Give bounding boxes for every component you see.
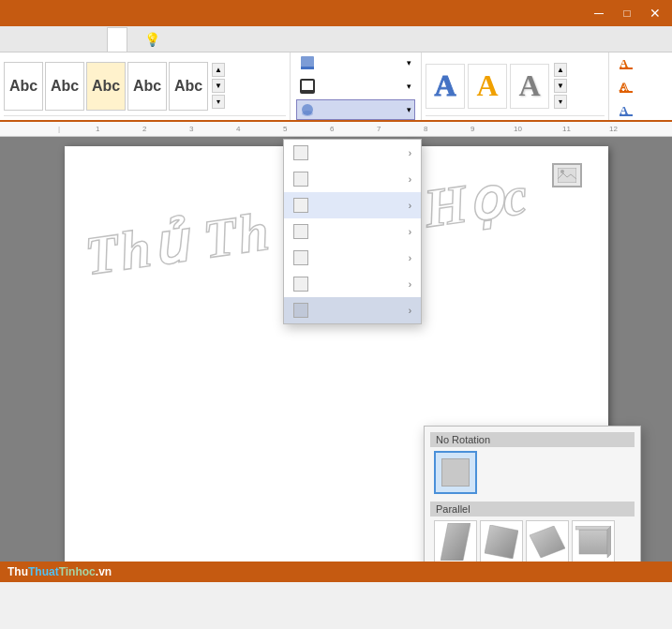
tell-me-box[interactable]: 💡 (135, 26, 175, 52)
dropdown-item-soft-edges[interactable]: › (284, 245, 421, 271)
svg-rect-12 (558, 168, 576, 183)
svg-point-13 (560, 170, 564, 173)
dropdown-item-shadow[interactable]: › (284, 166, 421, 192)
svg-marker-16 (530, 526, 565, 558)
text-effects-button[interactable]: A ▾ (615, 99, 672, 120)
shadow-arrow: › (409, 174, 411, 185)
svg-marker-21 (607, 526, 611, 558)
maximize-button[interactable]: □ (614, 0, 640, 26)
wordart-style-3[interactable]: A (510, 64, 549, 109)
text-effects-icon: A (619, 102, 634, 117)
reflection-arrow: › (409, 201, 411, 211)
parallel-shape-4-svg (575, 526, 611, 558)
svg-rect-17 (579, 530, 607, 554)
scroll-up-arrow[interactable]: ▲ (212, 63, 225, 77)
soft-edges-icon (293, 250, 308, 265)
svg-rect-1 (301, 67, 314, 69)
shape-effects-arrow: ▾ (407, 105, 411, 114)
svg-rect-7 (620, 67, 633, 69)
shape-fill-arrow: ▾ (407, 58, 411, 67)
3d-rotation-icon (293, 303, 308, 318)
scroll-expand-arrow[interactable]: ▾ (212, 95, 225, 109)
shape-outline-button[interactable]: ▾ (296, 76, 415, 97)
shadow-icon (293, 172, 308, 187)
no-rotation-header: No Rotation (430, 432, 635, 447)
image-placeholder (552, 163, 582, 187)
shape-fill-icon (300, 55, 315, 70)
minimize-button[interactable]: ─ (586, 0, 612, 26)
svg-marker-20 (575, 526, 611, 530)
dropdown-item-bevel[interactable]: › (284, 271, 421, 297)
wordart-style-1[interactable]: A (426, 64, 465, 109)
bevel-arrow: › (409, 279, 411, 290)
close-button[interactable]: ✕ (642, 0, 668, 26)
wordart-scroll-down[interactable]: ▼ (554, 79, 567, 93)
svg-rect-3 (301, 90, 314, 93)
tab-mailings[interactable] (4, 27, 24, 52)
shape-outline-arrow: ▾ (407, 82, 411, 91)
preset-icon (293, 145, 308, 160)
wordart-expand[interactable]: ▾ (554, 95, 567, 109)
svg-rect-11 (620, 114, 633, 116)
abc-label-5: Abc (174, 78, 202, 95)
parallel-shape-4[interactable] (572, 520, 615, 562)
text-fill-button[interactable]: A ▾ (615, 52, 672, 73)
status-bar: ThuThuatTinhoc.vn (0, 562, 672, 582)
glow-arrow: › (409, 227, 411, 237)
shape-outline-icon (300, 79, 315, 94)
abc-label-1: Abc (9, 78, 37, 95)
preset-arrow: › (409, 148, 411, 158)
abc-button-4[interactable]: Abc (127, 62, 167, 111)
shape-effects-icon (300, 102, 315, 117)
abc-button-1[interactable]: Abc (4, 62, 43, 111)
tab-format[interactable] (107, 27, 127, 52)
dropdown-item-3d-rotation[interactable]: › (284, 297, 421, 323)
dropdown-item-reflection[interactable]: › (284, 192, 421, 218)
parallel-shape-1[interactable] (434, 520, 477, 562)
image-icon (558, 168, 576, 183)
reflection-icon (293, 198, 308, 213)
parallel-header: Parallel (430, 502, 635, 517)
bevel-icon (293, 277, 308, 292)
svg-marker-14 (441, 523, 470, 561)
parallel-shape-3-svg (530, 526, 565, 558)
abc-button-2[interactable]: Abc (45, 62, 84, 111)
parallel-shape-3[interactable] (526, 520, 569, 562)
svg-marker-15 (485, 525, 518, 559)
tab-foxit[interactable] (86, 27, 107, 52)
ruler: | 1 2 3 4 5 6 7 8 9 10 11 12 (0, 122, 672, 137)
text-fill-icon: A (619, 55, 634, 70)
wordart-style-2[interactable]: A (468, 64, 507, 109)
abc-label-2: Abc (51, 78, 79, 95)
glow-icon (293, 224, 308, 239)
soft-edges-arrow: › (409, 253, 411, 263)
parallel-shape-1-svg (441, 523, 470, 561)
text-outline-icon: A (619, 79, 634, 94)
scroll-down-arrow[interactable]: ▼ (212, 79, 225, 93)
wordart-scroll-up[interactable]: ▲ (554, 63, 567, 77)
shape-effects-button[interactable]: ▾ (296, 99, 415, 120)
parallel-shape-2-svg (485, 525, 518, 559)
shape-styles-label (4, 115, 286, 118)
abc-button-3[interactable]: Abc (86, 62, 126, 111)
dropdown-item-preset[interactable]: › (284, 140, 421, 166)
dropdown-item-glow[interactable]: › (284, 218, 421, 245)
wordart-styles-label (426, 115, 605, 118)
status-bar-site: Thu (7, 565, 28, 578)
text-outline-button[interactable]: A ▾ (615, 76, 672, 97)
3d-rotation-submenu: No Rotation Parallel (424, 426, 641, 562)
no-rotation-shape[interactable] (434, 451, 477, 494)
parallel-shape-2[interactable] (480, 520, 523, 562)
abc-button-5[interactable]: Abc (169, 62, 208, 111)
lightbulb-icon: 💡 (144, 32, 160, 47)
tab-view[interactable] (45, 27, 66, 52)
tab-help[interactable] (66, 27, 86, 52)
shape-effects-dropdown: › › › › › › › (283, 139, 422, 324)
shape-fill-button[interactable]: ▾ (296, 52, 415, 73)
abc-label-3: Abc (92, 78, 120, 95)
tab-review[interactable] (24, 27, 45, 52)
abc-label-4: Abc (133, 78, 161, 95)
svg-rect-9 (620, 91, 633, 93)
3d-rotation-arrow: › (409, 306, 411, 316)
svg-point-5 (302, 111, 313, 116)
